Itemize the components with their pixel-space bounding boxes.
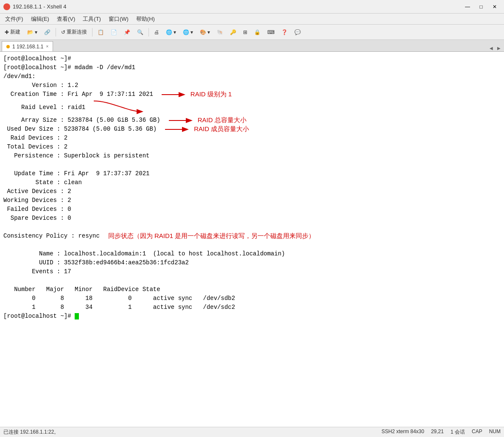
xshell-icon: 🐚 [217,29,223,35]
status-bar: 已连接 192.168.1.1:22。 SSH2 xterm 84x30 29,… [0,427,504,437]
sync-state-annotation: 同步状态（因为 RAID1 是用一个磁盘来进行读写，另一个磁盘用来同步） [108,232,315,240]
xagent-button[interactable]: 🔑 [227,26,239,38]
lock-button[interactable]: 🔒 [251,26,263,38]
new-button[interactable]: ✚ 新建 [2,26,23,38]
xshell-button[interactable]: 🐚 [214,26,226,38]
tab-next-button[interactable]: ▶ [496,45,502,51]
consistency-policy-line: Consistency Policy : resync 同步状态（因为 RAID… [3,232,501,241]
menu-help[interactable]: 帮助(H) [133,14,158,24]
terminal-cmd-line: [root@localhost ~]# mdadm -D /dev/md1 [3,63,501,72]
final-prompt-line: [root@localhost ~]# [3,312,501,321]
persistence-line: Persistence : Superblock is persistent [3,151,501,160]
array-size-line: Array Size : 5238784 (5.00 GiB 5.36 GB) … [3,116,501,125]
total-devices-line: Total Devices : 2 [3,143,501,151]
failed-devices-line: Failed Devices : 0 [3,205,501,214]
spare-devices-line: Spare Devices : 0 [3,214,501,223]
menu-view[interactable]: 查看(V) [53,14,78,24]
paste-button[interactable]: 📌 [121,26,133,38]
creation-time-line: Creation Time : Fri Apr 9 17:37:11 2021 … [3,90,501,99]
num-lock-indicator: NUM [489,429,501,436]
new-icon: ✚ [5,29,9,35]
terminal-line: [root@localhost ~]# [3,54,501,63]
active-devices-line: Active Devices : 2 [3,187,501,196]
array-size-annotation [94,99,145,116]
keyboard-button[interactable]: ⌨ [264,26,277,38]
device-0-line: 0 8 18 0 active sync /dev/sdb2 [3,294,501,303]
help-icon: ❓ [281,29,288,35]
window-controls: — □ ✕ [462,3,501,11]
tab-status-dot [6,45,10,48]
keyboard-icon: ⌨ [267,29,274,35]
arrow-svg-4 [165,125,190,134]
reconnect-button[interactable]: ↺ 重新连接 [58,26,90,38]
name-line: Name : localhost.localdomain:1 (local to… [3,249,501,258]
session-icon: 📋 [98,29,104,35]
member-size-annotation: RAID 成员容量大小 [165,125,249,134]
tab-close-button[interactable]: × [46,44,48,49]
menu-edit[interactable]: 编辑(E) [28,14,53,24]
copy-button[interactable]: 📄 [108,26,120,38]
device-header: /dev/md1: [3,72,501,81]
grid-icon: ⊞ [243,29,247,35]
xftp-icon: 🌐 [166,29,172,35]
tab-1[interactable]: 1 192.168.1.1 × [2,41,53,51]
raid-level-annotation: RAID 级别为 1 [162,90,232,99]
separator-1 [56,28,56,36]
separator-2 [92,28,92,36]
terminal-area[interactable]: [root@localhost ~]# [root@localhost ~]# … [0,52,504,427]
used-dev-size-line: Used Dev Size : 5238784 (5.00 GiB 5.36 G… [3,125,501,134]
blank-line-4 [3,276,501,285]
status-bar-right: SSH2 xterm 84x30 29,21 1 会话 CAP NUM [381,429,501,436]
chat-button[interactable]: 💬 [291,26,304,38]
menu-bar: 文件(F) 编辑(E) 查看(V) 工具(T) 窗口(W) 帮助(H) [0,14,504,25]
minimize-button[interactable]: — [462,3,473,11]
reconnect-icon: ↺ [61,29,65,35]
link-icon: 🔗 [44,29,50,35]
paste-icon: 📌 [124,29,130,35]
blank-line-2 [3,223,501,232]
help-button[interactable]: ❓ [278,26,291,38]
separator-3 [148,28,149,36]
toolbar: ✚ 新建 📂▾ 🔗 ↺ 重新连接 📋 📄 📌 🔍 🖨 🌐▾ 🌐▾ 🎨▾ 🐚 🔑 [0,25,504,40]
blank-line-1 [3,160,501,169]
arrow-svg-1 [162,90,187,99]
array-size-label: RAID 总容量大小 [169,116,246,125]
tab-prev-button[interactable]: ◀ [488,45,495,51]
ssh-info: SSH2 xterm 84x30 [381,429,424,436]
menu-file[interactable]: 文件(F) [2,14,27,24]
session-button[interactable]: 📋 [95,26,107,38]
maximize-button[interactable]: □ [475,3,487,11]
browser-button[interactable]: 🌐▾ [180,26,196,38]
raid-level-line: Raid Level : raid1 [3,99,501,116]
grid-button[interactable]: ⊞ [240,26,250,38]
close-button[interactable]: ✕ [489,3,501,11]
terminal-cursor [75,313,79,319]
color-button[interactable]: 🎨▾ [197,26,213,38]
tab-bar: 1 192.168.1.1 × ◀ ▶ [0,40,504,52]
xagent-icon: 🔑 [230,29,236,35]
version-line: Version : 1.2 [3,81,501,90]
title-bar: 192.168.1.1 - Xshell 4 — □ ✕ [0,0,504,14]
caps-lock-indicator: CAP [472,429,482,436]
open-button[interactable]: 📂▾ [24,26,40,38]
search-icon: 🔍 [137,29,143,35]
arrow-svg-2 [94,99,145,116]
uuid-line: UUID : 3532f38b:ed9466b4:aea25b36:1fcd23… [3,258,501,267]
properties-button[interactable]: 🔗 [41,26,53,38]
tab-nav: ◀ ▶ [488,45,502,51]
menu-window[interactable]: 窗口(W) [105,14,132,24]
device-1-line: 1 8 34 1 active sync /dev/sdc2 [3,303,501,312]
print-button[interactable]: 🖨 [151,26,162,38]
window-title: 192.168.1.1 - Xshell 4 [13,3,462,10]
blank-line-3 [3,241,501,249]
raid-devices-line: Raid Devices : 2 [3,134,501,143]
state-line: State : clean [3,178,501,187]
tab-label: 1 192.168.1.1 [12,44,43,50]
cursor-position: 29,21 [431,429,444,436]
print-icon: 🖨 [154,29,159,35]
browser-icon: 🌐 [183,29,189,35]
menu-tools[interactable]: 工具(T) [79,14,104,24]
search-button[interactable]: 🔍 [134,26,146,38]
xftp-button[interactable]: 🌐▾ [163,26,179,38]
events-line: Events : 17 [3,267,501,276]
